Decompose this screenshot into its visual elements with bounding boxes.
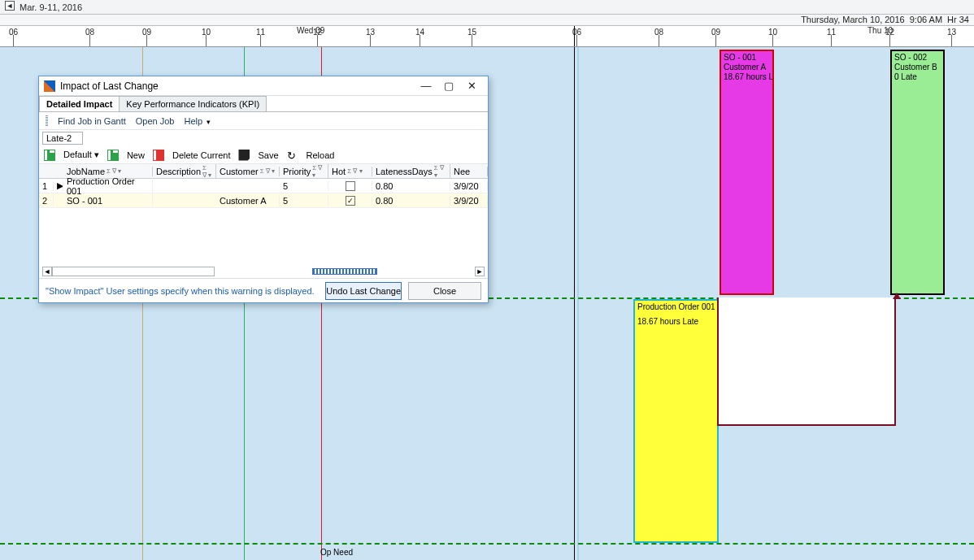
col-need[interactable]: Nee (450, 167, 488, 176)
ruler-tick-label: 09 (142, 28, 151, 37)
col-description[interactable]: DescriptionΣ ∇ ▾ (153, 164, 216, 179)
ruler-tick (13, 35, 14, 46)
bar-text: Customer A (724, 63, 770, 72)
delete-view-button[interactable]: Delete Current (172, 150, 231, 160)
ruler-tick (472, 35, 472, 46)
bar-text: 0 Late (894, 72, 941, 82)
col-lateness[interactable]: LatenessDaysΣ ∇ ▾ (372, 164, 450, 179)
top-toolbar: ◄ Mar. 9-11, 2016 (0, 0, 974, 15)
gantt-bar-po[interactable]: Production Order 001 18.67 hours Late (633, 299, 719, 543)
dialog-footer: "Show Impact" User settings specify when… (39, 278, 488, 302)
ruler-tick (715, 35, 716, 46)
splitter-handle[interactable] (312, 268, 377, 275)
scroll-left-icon[interactable]: ◄ (42, 267, 52, 276)
bar-text: SO - 001 (724, 53, 770, 63)
bar-text: 18.67 hours L (724, 72, 770, 82)
ruler-tick (889, 35, 890, 46)
time-ruler: Wed 09Thu 100608091011121314150608091011… (0, 26, 974, 47)
dialog-titlebar[interactable]: Impact of Last Change — ▢ ✕ (39, 76, 488, 96)
prev-day-button[interactable]: ◄ (5, 1, 15, 11)
ruler-tick-label: 13 (947, 28, 956, 37)
col-jobname[interactable]: JobNameΣ ∇ ▾ (63, 167, 153, 176)
chevron-down-icon[interactable]: ▾ (207, 118, 211, 126)
scroll-right-icon[interactable]: ► (475, 267, 485, 276)
tab-detailed-impact[interactable]: Detailed Impact (39, 96, 120, 111)
col-hot[interactable]: HotΣ ∇ ▾ (328, 167, 372, 176)
ruler-tick (420, 35, 420, 46)
demand-label: Op Need (320, 548, 353, 557)
dialog-title: Impact of Last Change (60, 80, 159, 92)
col-priority[interactable]: PriorityΣ ∇ ▾ (280, 164, 328, 179)
table-row[interactable]: 2SO - 001Customer A5✓0.803/9/20 (39, 193, 488, 208)
view-toolbar: Default ▾ New Delete Current Save Reload (39, 146, 488, 164)
hot-checkbox[interactable]: ✓ (346, 196, 355, 206)
undo-last-change-button[interactable]: Undo Last Change (325, 282, 402, 300)
ruler-tick (659, 35, 659, 46)
ruler-tick-label: 10 (768, 28, 777, 37)
bar-text: Production Order 001 (637, 302, 715, 312)
reload-view-button[interactable]: Reload (307, 150, 335, 160)
toolbar-grip[interactable] (46, 115, 48, 127)
grid-icon (107, 150, 119, 161)
new-view-button[interactable]: New (127, 150, 145, 160)
gantt-bar-so2[interactable]: SO - 002 Customer B 0 Late (890, 50, 945, 295)
reload-icon (287, 150, 298, 161)
grid-icon (44, 150, 55, 161)
ruler-tick-label: 11 (827, 28, 836, 37)
ruler-tick-label: 12 (313, 28, 322, 37)
ruler-tick (370, 35, 371, 46)
link-line (717, 297, 896, 426)
ruler-tick-label: 10 (202, 28, 211, 37)
info-bar: Thursday, March 10, 2016 9:06 AM Hr 34 (0, 15, 974, 26)
hot-checkbox[interactable] (346, 181, 355, 191)
row-separator (0, 543, 974, 545)
ruler-tick-label: 11 (256, 28, 265, 37)
find-job-link[interactable]: Find Job in Gantt (58, 116, 126, 126)
bar-text: 18.67 hours Late (637, 317, 715, 327)
ruler-tick (206, 35, 207, 46)
minimize-button[interactable]: — (415, 80, 437, 92)
link-arrow-icon (893, 293, 901, 299)
tab-kpi[interactable]: Key Performance Indicators (KPI) (119, 96, 267, 111)
grid-scrollbar[interactable]: ◄ ► (39, 265, 488, 278)
ruler-tick (831, 35, 832, 46)
ruler-tick (146, 35, 147, 46)
resource-line (577, 47, 579, 560)
bar-text: Customer B (894, 63, 941, 72)
ruler-tick-label: 12 (885, 28, 894, 37)
save-view-button[interactable]: Save (258, 150, 278, 160)
ruler-tick (576, 35, 577, 46)
current-date: Thursday, March 10, 2016 (801, 15, 905, 25)
current-time: 9:06 AM (910, 15, 942, 25)
footer-hint: "Show Impact" User settings specify when… (46, 286, 319, 296)
save-icon (238, 150, 250, 161)
app-icon (44, 80, 55, 92)
close-button[interactable]: Close (408, 282, 481, 300)
hour-index: Hr 34 (947, 15, 969, 25)
delete-icon (153, 150, 164, 161)
ruler-tick (89, 35, 90, 46)
ruler-tick-label: 13 (366, 28, 375, 37)
command-bar: Find Job in Gantt Open Job Help ▾ (39, 112, 488, 130)
table-row[interactable]: 1▶Production Order 00150.803/9/20 (39, 179, 488, 193)
default-view-button[interactable]: Default ▾ (63, 150, 99, 160)
late-filter-tab[interactable]: Late-2 (42, 132, 83, 145)
ruler-tick-label: 14 (415, 28, 424, 37)
gantt-bar-so1[interactable]: SO - 001 Customer A 18.67 hours L (720, 50, 774, 295)
help-link[interactable]: Help (184, 116, 202, 126)
ruler-tick (951, 35, 952, 46)
open-job-link[interactable]: Open Job (136, 116, 175, 126)
impact-dialog: Impact of Last Change — ▢ ✕ Detailed Imp… (38, 76, 489, 303)
ruler-tick-label: 09 (711, 28, 720, 37)
col-customer[interactable]: CustomerΣ ∇ ▾ (216, 167, 280, 176)
ruler-tick-label: 15 (467, 28, 476, 37)
ruler-tick-label: 08 (654, 28, 663, 37)
bar-text: SO - 002 (894, 53, 941, 63)
close-icon[interactable]: ✕ (460, 80, 483, 92)
ruler-tick (772, 35, 773, 46)
ruler-tick-label: 06 (9, 28, 18, 37)
chevron-down-icon[interactable]: ▾ (94, 150, 99, 159)
ruler-tick-label: 08 (85, 28, 94, 37)
maximize-button[interactable]: ▢ (437, 80, 460, 92)
impact-grid: JobNameΣ ∇ ▾ DescriptionΣ ∇ ▾ CustomerΣ … (39, 164, 488, 278)
